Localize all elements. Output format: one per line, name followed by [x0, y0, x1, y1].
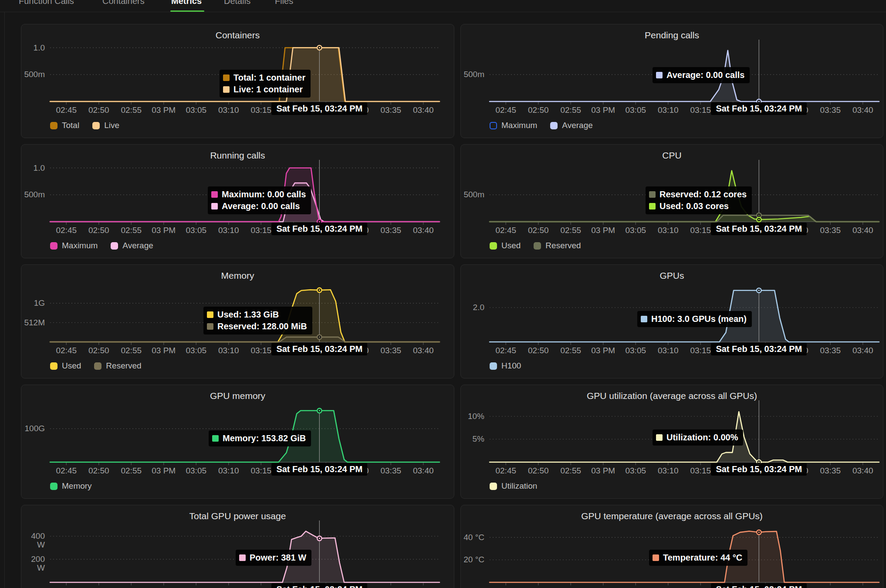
tooltip-text: Power: 381 W — [250, 553, 306, 563]
legend-label: Maximum — [501, 121, 537, 130]
tab-function-calls[interactable]: Function Calls — [19, 0, 74, 6]
legend-item-average[interactable]: Average — [550, 121, 592, 130]
legend-swatch-icon — [50, 242, 57, 250]
axis-cursor-tooltip: Sat Feb 15, 03:24 PM — [711, 223, 807, 235]
axis-cursor-tooltip: Sat Feb 15, 03:24 PM — [271, 343, 367, 355]
axis-cursor-tooltip: Sat Feb 15, 03:24 PM — [271, 463, 367, 476]
chart-legend: Memory — [50, 481, 92, 491]
legend-swatch-icon — [490, 122, 497, 129]
legend-swatch-icon — [111, 242, 118, 250]
legend-item-maximum[interactable]: Maximum — [490, 121, 537, 130]
tooltip-text: Live: 1 container — [233, 84, 303, 95]
chart-panel-gpus: GPUs2.002:4502:5002:5503 PM03:0503:1003:… — [460, 264, 883, 378]
chart-panel-gpu-power: Total GPU power usage400 W200 W02:4502:5… — [21, 505, 454, 588]
legend-item-live[interactable]: Live — [92, 121, 119, 130]
tab-files[interactable]: Files — [275, 0, 293, 6]
legend-swatch-icon — [50, 122, 57, 129]
tooltip-row: Temperature: 44 °C — [653, 552, 742, 564]
chart-tooltip: Temperature: 44 °C — [649, 550, 747, 566]
y-axis-label: 200 W — [21, 555, 45, 572]
chart-tooltip: Memory: 153.82 GiB — [209, 430, 311, 446]
y-axis-label: 512M — [21, 318, 45, 327]
legend-swatch-icon — [550, 122, 558, 129]
legend-label: Reserved — [545, 241, 581, 250]
chart-panel-cpu: CPU500m02:4502:5002:5503 PM03:0503:1003:… — [460, 144, 883, 258]
axis-cursor-tooltip: Sat Feb 15, 03:24 PM — [711, 583, 807, 588]
tooltip-swatch-icon — [239, 554, 246, 561]
tooltip-row: H100: 3.0 GPUs (mean) — [641, 313, 747, 325]
legend-label: Live — [104, 121, 119, 130]
tooltip-swatch-icon — [656, 72, 663, 78]
chart-legend: UsedReserved — [50, 361, 142, 371]
legend-item-reserved[interactable]: Reserved — [534, 241, 581, 250]
tooltip-row: Utilization: 0.00% — [656, 432, 738, 443]
chart-tooltip: Maximum: 0.00 callsAverage: 0.00 calls — [208, 186, 311, 214]
legend-item-average[interactable]: Average — [111, 241, 153, 250]
tooltip-text: Memory: 153.82 GiB — [223, 433, 306, 443]
y-axis-label: 400 W — [21, 532, 45, 549]
y-axis-label: 2.0 — [461, 303, 484, 312]
chart-tooltip: Power: 381 W — [236, 550, 311, 566]
chart-legend: TotalLive — [50, 121, 119, 130]
chart-panel-gpu-utilization: GPU utilization (average across all GPUs… — [460, 385, 883, 499]
chart-panel-memory: Memory1G512M02:4502:5002:5503 PM03:0503:… — [21, 264, 454, 378]
y-axis-label: 10% — [461, 412, 484, 421]
legend-item-h100[interactable]: H100 — [490, 361, 521, 371]
tooltip-swatch-icon — [649, 191, 656, 198]
tooltip-swatch-icon — [212, 435, 219, 442]
tooltip-text: Used: 1.33 GiB — [217, 310, 279, 320]
legend-label: H100 — [501, 361, 521, 371]
tooltip-text: Utilization: 0.00% — [666, 433, 738, 443]
legend-label: Average — [562, 121, 592, 130]
legend-swatch-icon — [490, 362, 497, 370]
tooltip-swatch-icon — [207, 311, 213, 318]
tooltip-row: Used: 1.33 GiB — [207, 309, 307, 321]
legend-swatch-icon — [534, 242, 541, 250]
tooltip-row: Average: 0.00 calls — [211, 200, 306, 212]
tooltip-text: Reserved: 0.12 cores — [659, 189, 747, 199]
legend-swatch-icon — [490, 242, 497, 250]
tooltip-swatch-icon — [211, 191, 218, 198]
tooltip-row: Memory: 153.82 GiB — [212, 433, 306, 444]
axis-cursor-tooltip: Sat Feb 15, 03:24 PM — [271, 223, 367, 235]
tooltip-swatch-icon — [223, 86, 230, 93]
chart-panel-gpu-memory: GPU memory100G02:4502:5002:5503 PM03:050… — [21, 385, 454, 499]
tooltip-swatch-icon — [211, 203, 218, 210]
y-axis-label: 1G — [21, 299, 45, 308]
tab-containers[interactable]: Containers — [102, 0, 145, 6]
tooltip-swatch-icon — [641, 316, 647, 322]
legend-swatch-icon — [50, 362, 57, 370]
chart-panel-pending-calls: Pending calls500m02:4502:5002:5503 PM03:… — [460, 24, 883, 138]
y-axis-label: 500m — [461, 190, 484, 199]
legend-label: Total — [62, 121, 79, 130]
chart-panel-gpu-temperature: GPU temperature (average across all GPUs… — [460, 505, 883, 588]
axis-cursor-tooltip: Sat Feb 15, 03:24 PM — [711, 343, 807, 355]
chart-tooltip: Used: 1.33 GiBReserved: 128.00 MiB — [203, 307, 312, 335]
y-axis-label: 1.0 — [21, 164, 45, 172]
charts-grid: Containers1.0500m02:4502:5002:5503 PM03:… — [21, 24, 883, 588]
legend-item-total[interactable]: Total — [50, 121, 79, 130]
chart-legend: MaximumAverage — [50, 241, 153, 250]
tooltip-row: Reserved: 128.00 MiB — [207, 321, 307, 332]
tab-metrics[interactable]: Metrics — [171, 0, 202, 6]
legend-item-memory[interactable]: Memory — [50, 481, 92, 491]
chart-tooltip: H100: 3.0 GPUs (mean) — [637, 311, 752, 327]
legend-item-used[interactable]: Used — [50, 361, 81, 371]
legend-item-used[interactable]: Used — [490, 241, 521, 250]
legend-label: Memory — [62, 481, 92, 491]
axis-cursor-tooltip: Sat Feb 15, 03:24 PM — [711, 102, 807, 115]
tab-details[interactable]: Details — [224, 0, 250, 6]
legend-label: Used — [501, 241, 521, 250]
tooltip-row: Power: 381 W — [239, 552, 306, 564]
legend-item-maximum[interactable]: Maximum — [50, 241, 98, 250]
content-left-border — [4, 12, 5, 588]
axis-cursor-tooltip: Sat Feb 15, 03:24 PM — [271, 583, 367, 588]
active-tab-underline — [170, 10, 204, 12]
tooltip-text: Reserved: 128.00 MiB — [217, 321, 307, 331]
legend-item-utilization[interactable]: Utilization — [490, 481, 537, 491]
tooltip-row: Average: 0.00 calls — [656, 69, 744, 81]
legend-item-reserved[interactable]: Reserved — [94, 361, 141, 371]
axis-cursor-tooltip: Sat Feb 15, 03:24 PM — [711, 463, 807, 476]
tooltip-swatch-icon — [223, 74, 230, 81]
y-axis-label: 20 °C — [461, 555, 484, 564]
